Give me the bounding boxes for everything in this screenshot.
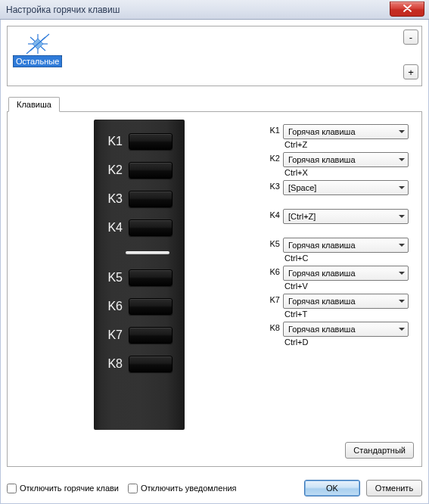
device-key-row: K3 xyxy=(100,185,179,213)
chevron-down-icon xyxy=(399,300,405,303)
standard-button[interactable]: Стандартный xyxy=(345,442,414,459)
assignment-row: K3[Space] xyxy=(266,180,413,195)
assignment-shortcut: Ctrl+D xyxy=(283,337,413,347)
footer: Отключить горячие клави Отключить уведом… xyxy=(7,479,422,497)
assignment-combo[interactable]: Горячая клавиша xyxy=(283,294,409,309)
assignment-shortcut: Ctrl+C xyxy=(283,253,413,263)
cancel-button[interactable]: Отменить xyxy=(366,480,422,496)
category-icon xyxy=(25,33,51,55)
device-key-row: K4 xyxy=(100,213,179,242)
window-body: Остальные - + Клавиша K1 K2 K3 K4 K5 K6 … xyxy=(0,20,429,504)
device-key-button xyxy=(129,162,173,179)
assignment-combo[interactable]: Горячая клавиша xyxy=(283,238,409,253)
device-key-row: K6 xyxy=(100,292,179,321)
window-title: Настройка горячих клавиш xyxy=(6,5,120,15)
combo-value: [Ctrl+Z] xyxy=(288,212,316,221)
assignment-row: K2Горячая клавишаCtrl+X xyxy=(266,152,413,177)
device-key-button xyxy=(129,269,173,286)
assignment-combo[interactable]: Горячая клавиша xyxy=(283,152,409,167)
device-key-row: K1 xyxy=(100,127,179,156)
assignment-combo[interactable]: [Space] xyxy=(283,180,409,195)
disable-notifications-checkbox[interactable]: Отключить уведомления xyxy=(128,484,237,493)
close-button[interactable] xyxy=(390,2,424,17)
combo-value: Горячая клавиша xyxy=(288,241,356,250)
assignment-combo[interactable]: Горячая клавиша xyxy=(283,322,409,337)
assignment-combo[interactable]: [Ctrl+Z] xyxy=(283,209,409,224)
combo-value: Горячая клавиша xyxy=(288,297,356,306)
combo-value: Горячая клавиша xyxy=(288,127,356,136)
chevron-down-icon xyxy=(399,272,405,275)
assignment-key-label: K6 xyxy=(266,266,283,276)
assignment-row: K7Горячая клавишаCtrl+T xyxy=(266,294,413,319)
device-key-row: K2 xyxy=(100,156,179,185)
device-key-button xyxy=(129,191,173,207)
category-label: Остальные xyxy=(13,55,62,67)
combo-value: Горячая клавиша xyxy=(288,155,356,164)
tab-body: K1 K2 K3 K4 K5 K6 K7 K8 K1Горячая клавиш… xyxy=(7,111,422,467)
assignment-shortcut: Ctrl+T xyxy=(283,309,413,319)
assignment-combo[interactable]: Горячая клавиша xyxy=(283,124,409,139)
chevron-down-icon xyxy=(399,130,405,133)
assignment-row: K4[Ctrl+Z] xyxy=(266,209,413,224)
category-panel: Остальные - + xyxy=(7,26,422,86)
assignments-list: K1Горячая клавишаCtrl+ZK2Горячая клавиша… xyxy=(266,124,413,350)
tab-label: Клавиша xyxy=(17,100,51,109)
assignment-key-label: K7 xyxy=(266,294,283,304)
combo-value: Горячая клавиша xyxy=(288,325,356,334)
add-category-button[interactable]: + xyxy=(403,64,418,79)
disable-hotkeys-checkbox[interactable]: Отключить горячие клави xyxy=(7,484,119,493)
combo-value: Горячая клавиша xyxy=(288,269,356,278)
device-visual: K1 K2 K3 K4 K5 K6 K7 K8 xyxy=(94,120,185,430)
titlebar: Настройка горячих клавиш xyxy=(0,0,429,20)
ok-button[interactable]: OK xyxy=(304,480,360,496)
assignment-shortcut: Ctrl+X xyxy=(283,167,413,177)
combo-value: [Space] xyxy=(288,183,316,192)
assignment-shortcut: Ctrl+V xyxy=(283,281,413,291)
assignment-row: K6Горячая клавишаCtrl+V xyxy=(266,266,413,291)
device-key-button xyxy=(129,133,173,150)
disable-hotkeys-input[interactable] xyxy=(7,484,17,493)
checkbox-label: Отключить уведомления xyxy=(141,484,237,493)
assignment-key-label: K3 xyxy=(266,180,283,191)
assignment-combo[interactable]: Горячая клавиша xyxy=(283,266,409,281)
device-key-row: K7 xyxy=(100,321,179,350)
assignment-shortcut: Ctrl+Z xyxy=(283,139,413,149)
assignment-key-label: K2 xyxy=(266,152,283,163)
device-key-button xyxy=(129,327,173,344)
assignment-row: K5Горячая клавишаCtrl+C xyxy=(266,238,413,263)
assignment-row: K8Горячая клавишаCtrl+D xyxy=(266,322,413,347)
assignment-key-label: K4 xyxy=(266,209,283,219)
chevron-down-icon xyxy=(399,186,405,189)
tab-key[interactable]: Клавиша xyxy=(8,97,60,112)
disable-notifications-input[interactable] xyxy=(128,484,138,493)
checkbox-label: Отключить горячие клави xyxy=(20,484,119,493)
chevron-down-icon xyxy=(399,158,405,161)
device-key-button xyxy=(129,298,173,315)
assignment-key-label: K1 xyxy=(266,124,283,135)
device-key-button xyxy=(129,356,173,372)
device-key-button xyxy=(129,219,173,236)
tab-area: Клавиша K1 K2 K3 K4 K5 K6 K7 K8 K1Горяча… xyxy=(7,97,422,468)
category-item-other[interactable]: Остальные xyxy=(12,31,63,68)
assignment-row: K1Горячая клавишаCtrl+Z xyxy=(266,124,413,149)
remove-category-button[interactable]: - xyxy=(403,30,418,45)
chevron-down-icon xyxy=(399,328,405,331)
assignment-key-label: K8 xyxy=(266,322,283,332)
chevron-down-icon xyxy=(399,215,405,218)
device-separator xyxy=(100,242,179,263)
close-icon xyxy=(403,5,412,14)
device-key-row: K8 xyxy=(100,350,179,378)
chevron-down-icon xyxy=(399,244,405,247)
assignment-key-label: K5 xyxy=(266,238,283,248)
device-key-row: K5 xyxy=(100,263,179,292)
